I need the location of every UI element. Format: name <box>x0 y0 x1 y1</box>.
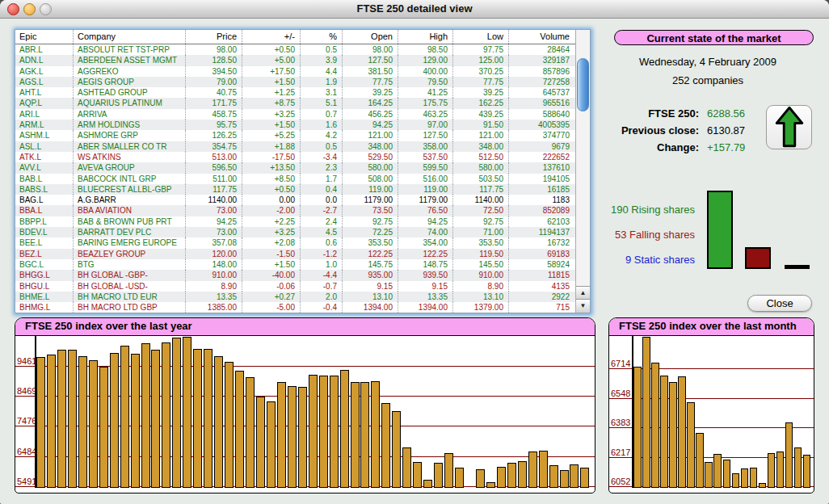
index-bar <box>794 447 802 488</box>
table-row[interactable]: ATK.LWS ATKINS513.00-17.50-3.4529.50537.… <box>15 152 576 162</box>
column-header-epic[interactable]: Epic <box>15 30 74 44</box>
cell-epic: AVV.L <box>15 162 74 173</box>
column-header-high[interactable]: High <box>398 30 453 44</box>
cell-change: -5.00 <box>242 302 301 313</box>
column-header-low[interactable]: Low <box>453 30 509 44</box>
index-bar <box>298 387 307 488</box>
column-header-change[interactable]: +/- <box>242 30 301 44</box>
table-row[interactable]: BABS.LBLUECREST ALLBL-GBP117.75+0.500.41… <box>15 184 576 195</box>
table-row[interactable]: ADN.LABERDEEN ASSET MGMT128.50+5.003.912… <box>15 55 576 65</box>
index-bar <box>570 464 579 488</box>
cell-epic: BAB.L <box>15 174 74 184</box>
cell-volume: 222652 <box>509 152 574 162</box>
cell-volume: 16732 <box>509 237 574 248</box>
cell-epic: BDEV.L <box>15 227 74 237</box>
cell-high: 97.00 <box>398 120 453 130</box>
cell-epic: AGK.L <box>15 66 74 77</box>
cell-pct: 1.0 <box>301 259 343 270</box>
close-button[interactable]: Close <box>747 295 812 312</box>
cell-price: 98.00 <box>186 44 242 55</box>
cell-pct: -3.4 <box>301 152 343 162</box>
index-bar <box>288 386 297 488</box>
cell-change: -40.00 <box>242 270 301 280</box>
cell-high: 463.25 <box>398 109 453 120</box>
cell-pct: 2.4 <box>301 216 343 227</box>
cell-change: +8.75 <box>242 98 301 108</box>
cell-change: +17.50 <box>242 66 301 77</box>
column-header-price[interactable]: Price <box>186 30 242 44</box>
table-row[interactable]: AHT.LASHTEAD GROUP40.75+1.253.139.2541.2… <box>15 87 576 98</box>
cell-pct: 3.9 <box>301 55 343 65</box>
cell-company: AGGREKO <box>74 66 186 77</box>
table-row[interactable]: BEZ.LBEAZLEY GROUP120.00-1.50-1.2122.251… <box>15 249 576 259</box>
y-tick-label: 6217 <box>611 447 630 457</box>
table-row[interactable]: AGS.LAEGIS GROUP79.00+1.501.977.7579.507… <box>15 77 576 87</box>
cell-pct: 0.7 <box>301 109 343 120</box>
table-row[interactable]: ABR.LABSOLUT RET TST-PRP98.00+0.500.598.… <box>15 44 576 55</box>
scroll-up-button[interactable]: ▲ <box>576 286 590 300</box>
cell-price: 910.00 <box>186 270 242 280</box>
cell-open: 1394.00 <box>343 302 398 313</box>
index-bar <box>267 401 276 488</box>
scroll-down-button[interactable]: ▼ <box>576 299 590 313</box>
column-header-pct[interactable]: % <box>301 30 343 44</box>
table-row[interactable]: AQP.LAQUARIUS PLATINUM171.75+8.755.1164.… <box>15 98 576 108</box>
cell-pct: 5.1 <box>301 98 343 108</box>
cell-price: 120.00 <box>186 249 242 259</box>
cell-change: +1.88 <box>242 141 301 152</box>
cell-change: +13.50 <box>242 162 301 173</box>
index-bar <box>47 355 56 488</box>
table-row[interactable]: BAB.LBABCOCK INTL GRP511.00+8.501.7508.0… <box>15 174 576 184</box>
index-bar <box>669 382 677 488</box>
table-row[interactable]: AVV.LAVEVA GROUP596.50+13.502.3580.00599… <box>15 162 576 173</box>
previous-close-value: 6130.87 <box>707 124 745 136</box>
cell-open: 122.25 <box>343 249 398 259</box>
table-row[interactable]: BHMG.LBH MACRO LTD GBP1385.00-5.00-0.413… <box>15 302 576 313</box>
vertical-scrollbar[interactable]: ▲ ▼ <box>575 30 590 313</box>
column-header-company[interactable]: Company <box>74 30 186 44</box>
table-row[interactable]: BBPP.LBAB & BROWN PUB PRT94.25+2.252.492… <box>15 216 576 227</box>
cell-volume: 727258 <box>509 77 574 87</box>
index-bar <box>214 356 223 488</box>
cell-epic: BGC.L <box>15 259 74 270</box>
market-direction-button[interactable] <box>766 105 812 149</box>
titlebar: FTSE 250 detailed view <box>0 0 829 19</box>
cell-volume: 374770 <box>509 130 574 141</box>
table-row[interactable]: BGC.LBTG148.00+1.501.0145.75148.75145.50… <box>15 259 576 270</box>
index-bar <box>68 350 77 488</box>
cell-change: +8.50 <box>242 174 301 184</box>
y-tick-label: 6714 <box>611 359 630 368</box>
index-bar <box>256 397 265 488</box>
table-row[interactable]: AGK.LAGGREKO394.50+17.504.4381.50400.003… <box>15 66 576 77</box>
cell-price: 148.00 <box>186 259 242 270</box>
y-tick-label: 6052 <box>611 477 630 486</box>
cell-pct: -1.2 <box>301 249 343 259</box>
column-header-open[interactable]: Open <box>343 30 398 44</box>
index-bar <box>803 455 811 488</box>
index-bar <box>750 468 758 488</box>
cell-change: +5.00 <box>242 55 301 65</box>
cell-volume: 1194137 <box>509 227 574 237</box>
cell-high: 537.50 <box>398 152 453 162</box>
cell-company: BH GLOBAL -GBP- <box>74 270 186 280</box>
cell-company: BABCOCK INTL GRP <box>74 174 186 184</box>
table-row[interactable]: ASHM.LASHMORE GRP126.25+5.254.2121.00127… <box>15 130 576 141</box>
cell-volume: 965516 <box>509 98 574 108</box>
table-row[interactable]: BBA.LBBA AVIATION73.00-2.00-2.773.5076.5… <box>15 205 576 216</box>
table-row[interactable]: BEE.LBARING EMERG EUROPE357.08+2.080.635… <box>15 237 576 248</box>
table-row[interactable]: ARM.LARM HOLDINGS95.75+1.501.694.2597.00… <box>15 120 576 130</box>
index-bar <box>246 377 255 488</box>
column-header-volume[interactable]: Volume <box>509 30 574 44</box>
table-row[interactable]: BHGG.LBH GLOBAL -GBP-910.00-40.00-4.4935… <box>15 270 576 280</box>
table-row[interactable]: BAG.LA.G.BARR1140.000.000.01179.001179.0… <box>15 195 576 205</box>
cell-open: 381.50 <box>343 66 398 77</box>
table-row[interactable]: ASL.LABER SMALLER CO TR354.75+1.880.5348… <box>15 141 576 152</box>
table-row[interactable]: BDEV.LBARRATT DEV PLC73.00+3.254.572.257… <box>15 227 576 237</box>
scrollbar-thumb[interactable] <box>577 58 589 111</box>
cell-company: ABERDEEN ASSET MGMT <box>74 55 186 65</box>
table-row[interactable]: BHGU.LBH GLOBAL -USD-8.90-0.06-0.79.159.… <box>15 281 576 292</box>
table-row[interactable]: ARI.LARRIVA458.75+3.250.7456.25463.25439… <box>15 109 576 120</box>
table-body[interactable]: ABR.LABSOLUT RET TST-PRP98.00+0.500.598.… <box>15 44 576 313</box>
table-row[interactable]: BHME.LBH MACRO LTD EUR13.35+0.272.013.10… <box>15 292 576 302</box>
cell-open: 935.00 <box>343 270 398 280</box>
